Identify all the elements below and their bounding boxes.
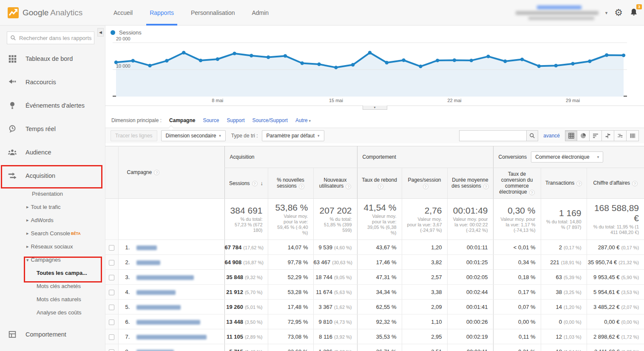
chart-point[interactable] <box>131 59 135 63</box>
chart-point[interactable] <box>453 58 456 62</box>
sidebar-item-mots-cles-achetes[interactable]: Mots clés achetés <box>0 280 105 293</box>
sidebar-item-audience[interactable]: Audience <box>0 140 105 164</box>
column-header-3[interactable]: Nouveaux utilisateurs <box>313 168 357 199</box>
sidebar-item-reseaux-sociaux[interactable]: Réseaux sociaux <box>0 240 105 253</box>
help-icon[interactable] <box>529 190 535 195</box>
chart-point[interactable] <box>622 54 625 57</box>
help-icon[interactable] <box>378 184 383 189</box>
dimension-source-support[interactable]: Source/Support <box>252 117 287 123</box>
help-icon[interactable] <box>483 184 489 189</box>
campaign-name-redacted[interactable] <box>136 350 174 351</box>
dimension-support[interactable]: Support <box>227 117 244 123</box>
chart-point[interactable] <box>503 60 507 63</box>
sidebar-item-mots-cles-naturels[interactable]: Mots clés naturels <box>0 293 105 306</box>
help-icon[interactable] <box>576 181 582 186</box>
chart-point[interactable] <box>216 57 219 61</box>
sidebar-item-tout-le-trafic[interactable]: Tout le trafic <box>0 200 105 214</box>
nav-personnalisation[interactable]: Personnalisation <box>182 0 244 26</box>
chart-point[interactable] <box>267 55 270 59</box>
campaign-name-redacted[interactable] <box>136 305 181 310</box>
secondary-dimension-button[interactable]: Dimension secondaire <box>161 130 226 141</box>
sessions-legend-dot-icon[interactable] <box>111 30 115 35</box>
chart-point[interactable] <box>182 51 185 54</box>
chart-point[interactable] <box>605 53 608 57</box>
chart-point[interactable] <box>470 59 473 62</box>
chart-point[interactable] <box>199 59 202 62</box>
column-header-4[interactable]: Taux de rebond <box>357 168 402 199</box>
nav-admin[interactable]: Admin <box>243 0 277 26</box>
view-pivot-button[interactable] <box>627 130 639 141</box>
column-header-5[interactable]: Pages/session <box>402 168 447 199</box>
column-header-1[interactable]: Sessions <box>224 168 268 199</box>
campaign-name-redacted[interactable] <box>136 245 157 250</box>
view-performance-button[interactable] <box>590 130 602 141</box>
chart-point[interactable] <box>368 51 372 54</box>
view-term-cloud-button[interactable] <box>614 130 627 141</box>
chart-point[interactable] <box>588 60 591 63</box>
sidebar-item-dashboards[interactable]: Tableaux de bord <box>0 47 105 70</box>
chart-point[interactable] <box>301 61 304 65</box>
chart-point[interactable] <box>419 65 422 68</box>
column-header-7[interactable]: Taux de conversion du commerce électroni… <box>493 168 541 199</box>
campaign-name-redacted[interactable] <box>136 260 160 265</box>
dimension-autre[interactable]: Autre <box>295 117 311 123</box>
view-comparison-button[interactable] <box>602 130 614 141</box>
campaign-name-redacted[interactable] <box>136 320 200 325</box>
row-checkbox[interactable] <box>109 275 114 280</box>
help-icon[interactable] <box>346 184 351 189</box>
sidebar-item-presentation[interactable]: Présentation <box>0 187 105 200</box>
campaign-name-redacted[interactable] <box>136 290 176 295</box>
row-checkbox[interactable] <box>109 260 114 265</box>
column-header-2[interactable]: % nouvelles sessions <box>268 168 313 199</box>
help-icon[interactable] <box>423 184 428 189</box>
chart-point[interactable] <box>486 54 490 58</box>
campaign-name-redacted[interactable] <box>136 275 194 280</box>
chart-point[interactable] <box>520 57 524 61</box>
campaign-name-redacted[interactable] <box>136 335 207 340</box>
chart-point[interactable] <box>233 51 236 55</box>
help-icon[interactable] <box>154 170 159 175</box>
chart-point[interactable] <box>334 66 338 69</box>
sidebar-item-search-console[interactable]: Search Console BÊTA <box>0 227 105 240</box>
sort-type-button[interactable]: Paramètre par défaut <box>262 130 324 141</box>
notifications-bell-icon[interactable]: 3 <box>630 7 638 18</box>
logo[interactable]: GoogleAnalytics <box>0 7 105 18</box>
chart-point[interactable] <box>250 54 253 57</box>
row-checkbox[interactable] <box>109 290 114 295</box>
campagne-column-header[interactable]: Campagne <box>118 146 224 199</box>
help-icon[interactable] <box>299 184 304 189</box>
chart-point[interactable] <box>165 59 168 63</box>
account-chevron-down-icon[interactable]: ▾ <box>605 10 608 16</box>
sidebar-item-intelligence-events[interactable]: Événements d'alertes <box>0 94 105 117</box>
chart-point[interactable] <box>571 62 574 66</box>
chart-point[interactable] <box>537 64 541 68</box>
chart-point[interactable] <box>402 58 405 62</box>
sidebar-item-toutes-les-campagnes[interactable]: Toutes les campa... <box>0 266 105 280</box>
sort-descending-icon[interactable] <box>261 180 264 186</box>
sidebar-item-adwords[interactable]: AdWords <box>0 214 105 227</box>
chart-point[interactable] <box>554 64 558 67</box>
help-icon[interactable] <box>252 181 258 186</box>
chart-point[interactable] <box>317 63 321 66</box>
row-checkbox[interactable] <box>109 305 114 310</box>
chart-point[interactable] <box>284 54 287 57</box>
row-checkbox[interactable] <box>109 349 114 351</box>
table-search-button[interactable] <box>526 130 538 141</box>
table-search-input[interactable] <box>459 130 526 141</box>
plot-rows-button[interactable]: Tracer les lignes <box>111 130 157 141</box>
sidebar-item-campagnes[interactable]: Campagnes <box>0 253 105 266</box>
column-header-9[interactable]: Chiffre d'affaires <box>587 168 644 199</box>
row-checkbox[interactable] <box>109 245 114 251</box>
chart-collapse-tab[interactable] <box>363 106 387 110</box>
view-table-button[interactable] <box>565 130 577 141</box>
gear-icon[interactable]: ⚙ <box>614 8 623 17</box>
search-reports-input[interactable] <box>7 31 94 44</box>
advanced-search-link[interactable]: avancé <box>543 133 560 139</box>
conversions-type-select[interactable]: Commerce électronique <box>531 151 603 163</box>
row-checkbox[interactable] <box>109 320 114 325</box>
chart-point[interactable] <box>436 59 439 62</box>
view-percentage-button[interactable] <box>577 130 590 141</box>
sidebar-item-realtime[interactable]: Temps réel <box>0 117 105 140</box>
sidebar-item-acquisition[interactable]: Acquisition <box>0 164 105 187</box>
column-header-6[interactable]: Durée moyenne des sessions <box>447 168 493 199</box>
